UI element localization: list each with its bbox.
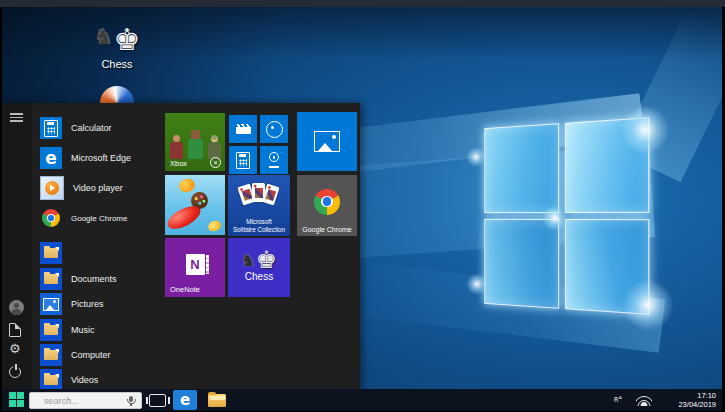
folder-icon (40, 369, 62, 389)
disc-icon (266, 121, 283, 138)
hamburger-menu-icon[interactable] (10, 113, 23, 122)
windows-hero-logo (484, 117, 649, 315)
start-app-calculator[interactable]: Calculator (40, 117, 165, 139)
light-flare (466, 147, 486, 167)
start-app-google-chrome[interactable]: Google Chrome (40, 207, 165, 229)
taskbar-file-explorer-button[interactable] (208, 394, 226, 407)
tray-clock[interactable]: 17:10 23/04/2019 (678, 391, 716, 409)
tile-onenote[interactable]: N OneNote (165, 238, 225, 297)
xbox-sphere-icon: ✕ (210, 157, 221, 168)
start-app-video-player[interactable]: Video player (40, 177, 165, 199)
tray-input-indicator-icon[interactable]: ʀᴬ (614, 395, 622, 404)
candy-shape (178, 177, 197, 194)
start-folder-documents[interactable]: Documents (40, 268, 165, 290)
chess-pieces-icon: ♞♚ (88, 22, 146, 57)
tile-movies-tv[interactable] (229, 115, 257, 143)
video-player-icon (40, 176, 64, 200)
calculator-icon (40, 117, 62, 139)
folder-icon (40, 268, 62, 290)
xbox-avatar (188, 139, 203, 159)
logo-pane (565, 117, 649, 213)
start-menu: ⚙ Calculator e Microsoft Edge Video play… (2, 103, 360, 389)
desktop-icon-chess[interactable]: ♞♚ Chess (88, 22, 146, 70)
tile-candy-crush[interactable] (165, 175, 225, 235)
tile-chess[interactable]: ♞♚ Chess (228, 238, 290, 297)
start-menu-rail: ⚙ (2, 103, 32, 389)
tile-google-chrome[interactable]: Google Chrome (297, 175, 357, 236)
search-input[interactable] (30, 393, 141, 408)
tile-photos[interactable] (297, 112, 357, 171)
clapper-icon (236, 124, 251, 134)
taskbar-edge-button[interactable]: e (173, 390, 197, 410)
folder-icon (40, 242, 62, 264)
logo-pane (484, 219, 559, 309)
playing-card (252, 183, 265, 202)
tile-xbox[interactable]: Xbox ✕ (165, 113, 225, 171)
chess-pieces-icon: ♞♚ (228, 246, 290, 274)
start-folder-videos[interactable]: Videos (40, 369, 165, 389)
logo-pane (565, 219, 649, 315)
start-folder-unlabeled[interactable] (40, 242, 165, 264)
user-avatar-icon[interactable] (9, 300, 24, 315)
folder-icon (40, 319, 62, 341)
power-icon[interactable] (9, 366, 21, 378)
taskbar-search (29, 392, 142, 409)
chrome-icon (314, 189, 340, 215)
windows-desktop-screen: ♞♚ Chess ⚙ Calculator e Microsoft Edge V… (0, 0, 725, 412)
desktop-icon-label: Chess (88, 58, 146, 70)
start-button[interactable] (9, 392, 24, 407)
camera-icon (268, 152, 280, 168)
taskbar: e ʀᴬ 17:10 23/04/2019 (2, 389, 722, 411)
onenote-icon: N (186, 254, 205, 275)
task-view-icon[interactable] (149, 394, 166, 407)
tile-camera[interactable] (260, 146, 288, 174)
wifi-icon[interactable] (636, 395, 652, 406)
candy-shape (207, 219, 223, 233)
microphone-icon[interactable] (129, 396, 133, 402)
chrome-icon (40, 207, 62, 229)
xbox-avatar (170, 142, 183, 159)
start-app-microsoft-edge[interactable]: e Microsoft Edge (40, 147, 165, 169)
start-folder-pictures[interactable]: Pictures (40, 293, 165, 315)
pictures-icon (40, 293, 62, 315)
start-folder-computer[interactable]: Computer (40, 344, 165, 366)
tile-calculator[interactable] (229, 146, 257, 174)
start-folder-music[interactable]: Music (40, 319, 165, 341)
tray-time: 17:10 (678, 391, 716, 400)
photos-icon (314, 131, 340, 152)
window-top-strip (0, 0, 725, 7)
logo-pane (484, 123, 559, 213)
tile-solitaire[interactable]: MicrosoftSolitaire Collection (228, 175, 290, 236)
tile-media-player[interactable] (260, 115, 288, 143)
edge-icon: e (40, 147, 62, 169)
folder-icon (40, 344, 62, 366)
candy-shape (165, 202, 204, 234)
settings-gear-icon[interactable]: ⚙ (9, 342, 25, 358)
calculator-icon (236, 152, 250, 169)
documents-icon[interactable] (9, 323, 21, 337)
tray-date: 23/04/2019 (678, 400, 716, 409)
